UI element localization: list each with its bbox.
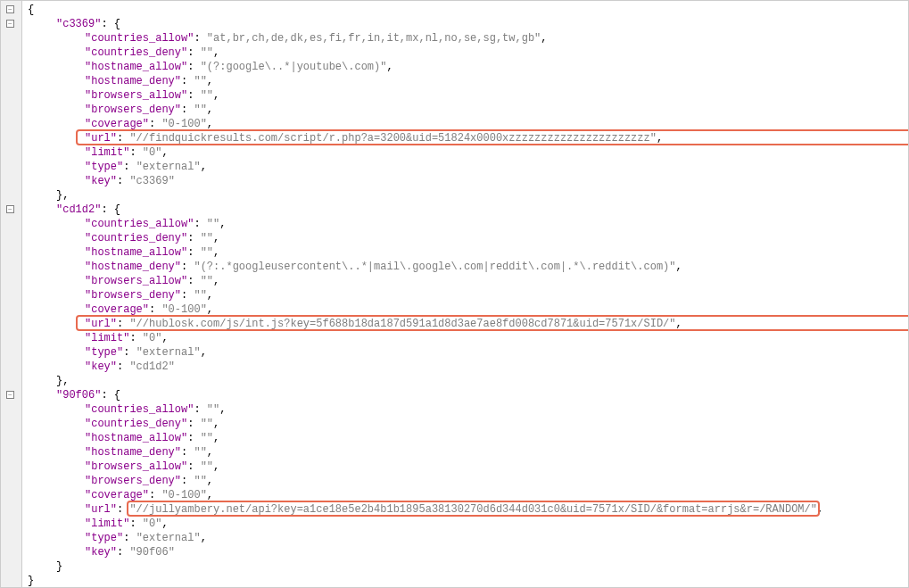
code-line: } <box>28 574 908 587</box>
code-line: "key": "90f06" <box>28 545 908 559</box>
code-line: "coverage": "0-100", <box>28 488 908 502</box>
code-line: "key": "c3369" <box>28 174 908 188</box>
code-line: }, <box>28 374 908 388</box>
code-line: "limit": "0", <box>28 517 908 531</box>
code-line: "hostname_deny": "(?:.*googleusercontent… <box>28 260 908 274</box>
fold-toggle[interactable]: − <box>6 5 14 13</box>
code-line: "hostname_allow": "", <box>28 431 908 445</box>
code-line: "countries_deny": "", <box>28 46 908 60</box>
code-line: }, <box>28 188 908 203</box>
code-line: "key": "cd1d2" <box>28 360 908 374</box>
code-line: "hostname_deny": "", <box>28 74 908 88</box>
code-line: "coverage": "0-100", <box>28 117 908 131</box>
code-line: "coverage": "0-100", <box>28 302 908 317</box>
fold-toggle[interactable]: − <box>6 205 14 213</box>
code-line: "hostname_deny": "", <box>28 445 908 460</box>
fold-toggle[interactable]: − <box>6 20 14 28</box>
code-line: "type": "external", <box>28 531 908 545</box>
code-line: "hostname_allow": "(?:google\..*|youtube… <box>28 60 908 74</box>
code-area: {"c3369": {"countries_allow": "at,br,ch,… <box>22 1 908 587</box>
code-line: "url": "//findquickresults.com/script/r.… <box>28 131 908 145</box>
code-line: "c3369": { <box>28 17 908 31</box>
code-line: "browsers_deny": "", <box>28 288 908 302</box>
code-line: "countries_deny": "", <box>28 417 908 431</box>
code-line: "url": "//hublosk.com/js/int.js?key=5f68… <box>28 317 908 331</box>
code-line: "type": "external", <box>28 345 908 360</box>
code-line: "countries_deny": "", <box>28 231 908 245</box>
code-line: "browsers_deny": "", <box>28 103 908 117</box>
fold-toggle[interactable]: − <box>6 391 14 399</box>
code-line: "browsers_deny": "", <box>28 474 908 488</box>
code-line: "countries_allow": "at,br,ch,de,dk,es,fi… <box>28 31 908 46</box>
code-line: "url": "//jullyambery.net/api?key=a1ce18… <box>28 502 908 517</box>
fold-gutter: −−−− <box>1 1 22 587</box>
code-line: "type": "external", <box>28 160 908 174</box>
code-line: "browsers_allow": "", <box>28 274 908 288</box>
code-line: "browsers_allow": "", <box>28 460 908 474</box>
code-line: "90f06": { <box>28 388 908 402</box>
code-line: "countries_allow": "", <box>28 217 908 231</box>
code-line: "hostname_allow": "", <box>28 245 908 260</box>
code-line: "limit": "0", <box>28 145 908 160</box>
code-line: "cd1d2": { <box>28 203 908 217</box>
code-line: "browsers_allow": "", <box>28 88 908 103</box>
code-line: { <box>28 3 908 17</box>
code-line: "limit": "0", <box>28 331 908 345</box>
code-line: "countries_allow": "", <box>28 402 908 417</box>
code-line: } <box>28 559 908 574</box>
